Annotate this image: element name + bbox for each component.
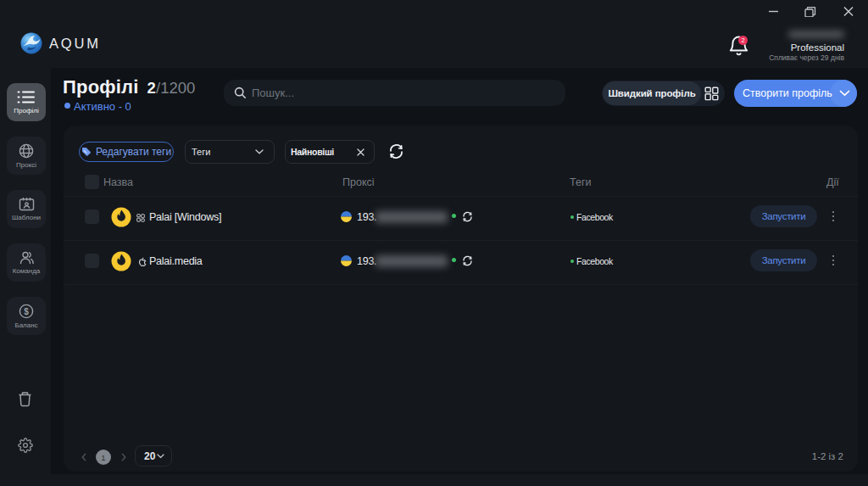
svg-text:$: $ [24, 306, 29, 316]
